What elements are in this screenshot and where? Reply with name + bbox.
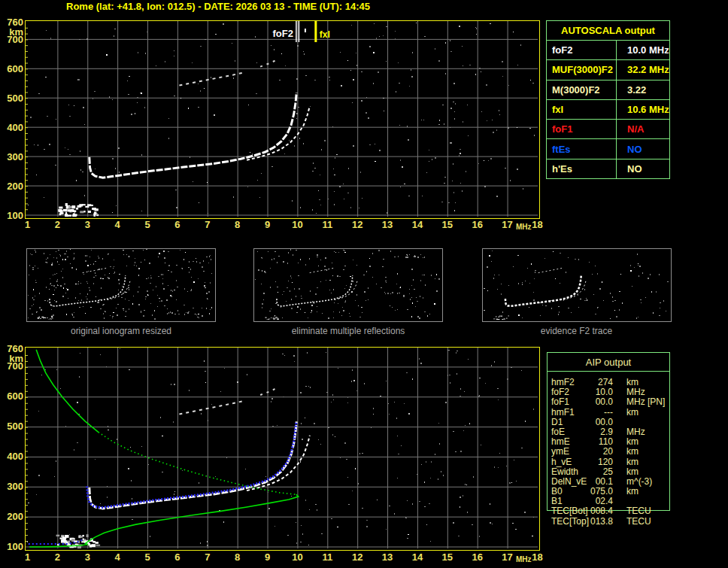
x-axis-tick-label: 16	[469, 220, 486, 229]
aip-row-ewidth: Ewidth25km	[547, 467, 670, 477]
aip-label: foE	[551, 427, 565, 437]
y-axis-tick-label: 400	[2, 451, 23, 461]
parameter-value: NO	[617, 159, 669, 178]
aip-value: 10.0	[569, 387, 613, 397]
y-axis-tick-label: 300	[2, 481, 23, 491]
x-axis-tick-label: 3	[79, 552, 96, 562]
aip-table-rows: hmF2274kmfoF210.0MHzfoF100.0MHz[PN]hmF1-…	[547, 378, 670, 527]
aip-extra: [PN]	[648, 397, 665, 407]
aip-unit: MHz	[626, 387, 645, 397]
fxI-marker-line	[314, 21, 317, 42]
aip-row-hve: h_vE120km	[547, 457, 670, 467]
y-axis-tick-label: 760	[2, 17, 23, 27]
x-axis-tick-label: 10	[289, 220, 305, 229]
y-axis-tick-label: 760	[2, 344, 23, 354]
x-axis-tick-label: 18	[529, 220, 546, 229]
x-axis-tick-label: 1	[20, 552, 36, 562]
parameter-value: N/A	[617, 120, 669, 138]
x-axis-tick-label: 15	[439, 220, 456, 229]
x-axis-tick-label: 8	[229, 220, 246, 229]
x-axis-tick-label: 4	[109, 220, 126, 229]
x-axis-tick-label: 7	[199, 552, 216, 562]
y-axis-tick-label: 100	[2, 542, 23, 551]
thumbnail-caption: eliminate multiple reflections	[253, 326, 443, 336]
x-axis-tick-label: 10	[289, 552, 305, 562]
aip-row-fof1: foF100.0MHz[PN]	[547, 397, 670, 407]
bottom-ionogram-plot	[25, 347, 540, 551]
x-axis-tick-label: 2	[49, 220, 65, 229]
y-axis-tick-label: 200	[2, 181, 23, 191]
x-axis-tick-label: 12	[349, 552, 366, 562]
aip-label: foF1	[551, 397, 569, 407]
parameter-value: NO	[617, 139, 669, 158]
x-axis-tick-label: 7	[199, 220, 216, 229]
aip-value: 274	[569, 378, 613, 387]
parameter-label: MUF(3000)F2	[547, 60, 617, 79]
y-axis-unit-label: km	[2, 354, 26, 363]
aip-label: D1	[551, 418, 563, 427]
parameter-value: 3.22	[617, 80, 669, 99]
y-axis-tick-label: 500	[2, 421, 23, 431]
aip-value: 20	[569, 447, 613, 457]
aip-unit: m^(-3)	[626, 477, 652, 487]
parameter-label: ftEs	[547, 139, 617, 158]
x-axis-tick-label: 4	[109, 552, 126, 562]
y-axis-tick-label: 400	[2, 123, 23, 132]
x-axis-tick-label: 8	[229, 552, 246, 562]
y-axis-tick-label: 300	[2, 152, 23, 162]
thumbnail-caption: evidence F2 trace	[482, 326, 671, 336]
top-ionogram-plot: foF2fxI	[25, 20, 540, 219]
aip-value: 075.0	[569, 487, 613, 497]
aip-unit: km	[626, 437, 639, 447]
bottom-ionogram-canvas	[26, 348, 538, 548]
foF2-marker-label: foF2	[272, 28, 293, 39]
x-axis-tick-label: 13	[379, 220, 396, 229]
y-axis-tick-label: 600	[2, 64, 23, 74]
top-ionogram-canvas: foF2fxI	[26, 21, 538, 217]
y-axis-tick-label: 600	[2, 391, 23, 401]
x-axis-unit-label: MHz	[516, 223, 532, 231]
parameter-label: M(3000)F2	[547, 80, 617, 99]
aip-value: 25	[569, 467, 613, 477]
x-axis-tick-label: 5	[139, 552, 156, 562]
aip-row-yme: ymE20km	[547, 447, 670, 457]
parameter-label: h'Es	[547, 159, 617, 178]
x-axis-tick-label: 16	[469, 552, 486, 562]
x-axis-tick-label: 12	[349, 220, 366, 229]
x-axis-tick-label: 6	[169, 220, 186, 229]
y-axis-tick-label: 500	[2, 93, 23, 103]
aip-row-d1: D100.0	[547, 418, 670, 427]
aip-row-hmf1: hmF1---km	[547, 408, 670, 418]
aip-row-tectop: TEC[Top]013.8TECU	[547, 517, 670, 527]
aip-value: ---	[569, 408, 613, 418]
aip-value: 00.1	[569, 477, 613, 487]
thumbnail-caption: original ionogram resized	[26, 326, 216, 336]
x-axis-tick-label: 6	[169, 552, 186, 562]
aip-value: 00.0	[569, 397, 613, 407]
aip-unit: km	[626, 378, 639, 387]
aip-value: 02.4	[569, 497, 613, 506]
aip-unit: MHz	[626, 427, 645, 437]
fxI-marker-label: fxI	[320, 29, 330, 40]
y-axis-unit-label: km	[2, 27, 26, 37]
parameter-label: foF1	[547, 120, 617, 138]
autoscala-row-fof2: foF210.0 MHz	[547, 41, 669, 60]
aip-label: B0	[551, 487, 563, 497]
parameter-value: 32.2 MHz	[617, 60, 669, 79]
autoscala-row-m3000f2: M(3000)F23.22	[547, 80, 669, 100]
autoscala-table-rows: foF210.0 MHzMUF(3000)F232.2 MHzM(3000)F2…	[547, 41, 669, 178]
station-title: Rome (lat: +41.8, lon: 012.5) - DATE: 20…	[66, 1, 370, 12]
thumbnail-original-ionogram	[26, 248, 216, 322]
aip-unit: km	[626, 408, 639, 418]
x-axis-tick-label: 14	[409, 220, 426, 229]
parameter-value: 10.6 MHz	[617, 100, 669, 119]
x-axis-tick-label: 1	[20, 220, 36, 229]
x-axis-tick-label: 14	[409, 552, 426, 562]
aip-unit: MHz	[626, 397, 645, 407]
parameter-label: fxI	[547, 100, 617, 119]
x-axis-tick-label: 18	[529, 552, 546, 562]
x-axis-tick-label: 5	[139, 220, 156, 229]
aip-unit: km	[626, 457, 639, 467]
autoscala-row-fxi: fxI10.6 MHz	[547, 100, 669, 120]
x-axis-tick-label: 13	[379, 552, 396, 562]
